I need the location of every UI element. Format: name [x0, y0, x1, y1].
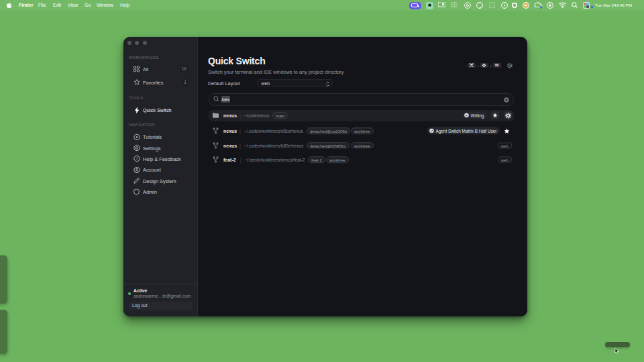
svg-text:?: ? [136, 157, 138, 161]
